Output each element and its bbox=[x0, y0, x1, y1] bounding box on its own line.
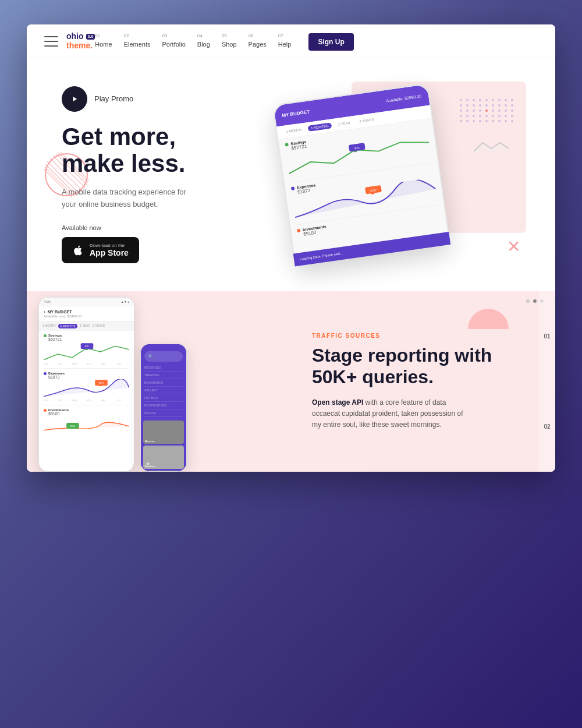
hero-right: // Will generate via JS below ✕ MY BUDGE… bbox=[260, 82, 520, 268]
svg-text:APR: APR bbox=[87, 399, 91, 401]
available-now-text: Available now bbox=[62, 224, 260, 231]
play-button[interactable] bbox=[62, 86, 87, 112]
section2-content: TRAFFIC SOURCES Stage reporting with 50K… bbox=[294, 291, 555, 472]
app-store-text: Download on the App Store bbox=[90, 243, 129, 257]
logo-badge: 3.0 bbox=[86, 34, 95, 40]
navigation: ohio 3.0 theme. 01 Home 02 Elements 03 P… bbox=[27, 24, 555, 58]
dots-decoration: // Will generate via JS below bbox=[460, 99, 514, 122]
browser-window: ohio 3.0 theme. 01 Home 02 Elements 03 P… bbox=[27, 24, 555, 472]
svg-text:MAY: MAY bbox=[101, 362, 106, 365]
nav-item-portfolio[interactable]: 03 Portfolio bbox=[162, 33, 185, 49]
app-store-button[interactable]: Download on the App Store bbox=[62, 237, 139, 263]
phone-mockup: MY BUDGET Available: $2990.30 1 MONTH 6 … bbox=[272, 83, 450, 267]
x-decoration: ✕ bbox=[507, 237, 520, 256]
svg-text:SUN: SUN bbox=[44, 399, 48, 401]
nav-item-home[interactable]: 01 Home bbox=[95, 33, 112, 49]
side-num-1: 01 bbox=[544, 333, 550, 340]
s2-description: Open stage API with a core feature of da… bbox=[312, 397, 463, 431]
svg-text:JUN: JUN bbox=[116, 362, 121, 365]
svg-text:APR: APR bbox=[87, 362, 91, 365]
nav-item-signup[interactable]: Sign Up bbox=[303, 36, 353, 47]
nav-item-pages[interactable]: 06 Pages bbox=[249, 33, 267, 49]
phone-screen-main: 4:20 ▲▼ ● ‹ MY BUDGET Available now: $29… bbox=[39, 298, 134, 471]
phone-secondary: 🔍 MESSAGES TRENDING BOOKMARKS GALLERY LI… bbox=[140, 344, 187, 472]
s2-title: Stage reporting with 50K+ queries. bbox=[312, 345, 538, 388]
logo-ohio: ohio bbox=[66, 32, 84, 41]
hero-subtitle: A mobile data tracking experience for yo… bbox=[62, 186, 201, 211]
app-store-sub: Download on the bbox=[90, 243, 129, 248]
svg-text:JUN: JUN bbox=[116, 399, 121, 401]
phone-main: 4:20 ▲▼ ● ‹ MY BUDGET Available now: $29… bbox=[38, 297, 134, 472]
svg-text:MAR: MAR bbox=[72, 399, 77, 401]
svg-text:MAY: MAY bbox=[101, 399, 106, 401]
play-label: Play Promo bbox=[94, 94, 133, 103]
svg-text:MAR: MAR bbox=[72, 362, 77, 365]
svg-text:FEB: FEB bbox=[58, 362, 63, 365]
hamburger-menu[interactable] bbox=[44, 36, 58, 47]
signup-button[interactable]: Sign Up bbox=[308, 33, 353, 51]
app-store-name: App Store bbox=[90, 248, 129, 257]
side-navigation: 01 02 bbox=[539, 291, 555, 472]
svg-text:$2K: $2K bbox=[85, 345, 89, 348]
section2-phones: 4:20 ▲▼ ● ‹ MY BUDGET Available now: $29… bbox=[27, 291, 294, 472]
svg-text:$960: $960 bbox=[70, 425, 76, 427]
nav-item-blog[interactable]: 04 Blog bbox=[197, 33, 210, 49]
phones-container: 4:20 ▲▼ ● ‹ MY BUDGET Available now: $29… bbox=[38, 297, 187, 472]
svg-text:FEB: FEB bbox=[58, 399, 63, 401]
dot-1 bbox=[526, 299, 530, 303]
hero-content-left: Play Promo Get more, make less. A mobile… bbox=[62, 86, 260, 264]
nav-links: 01 Home 02 Elements 03 Portfolio 04 Blog… bbox=[95, 33, 353, 49]
side-num-2: 02 bbox=[544, 423, 550, 430]
nav-item-shop[interactable]: 05 Shop bbox=[222, 33, 237, 49]
svg-text:$197: $197 bbox=[99, 381, 104, 384]
apple-icon bbox=[72, 245, 84, 256]
logo-theme: theme. bbox=[66, 41, 95, 50]
nav-item-elements[interactable]: 02 Elements bbox=[124, 33, 151, 49]
nav-item-help[interactable]: 07 Help bbox=[278, 33, 292, 49]
hero-section: Play Promo Get more, make less. A mobile… bbox=[27, 58, 555, 291]
svg-text:SUN: SUN bbox=[44, 362, 48, 365]
play-promo: Play Promo bbox=[62, 86, 260, 112]
s2-category: TRAFFIC SOURCES bbox=[312, 333, 538, 339]
dot-2 bbox=[533, 299, 537, 303]
section2: 4:20 ▲▼ ● ‹ MY BUDGET Available now: $29… bbox=[27, 291, 555, 472]
s2-half-circle bbox=[468, 309, 509, 329]
hero-title: Get more, make less. bbox=[62, 123, 260, 177]
svg-marker-11 bbox=[73, 96, 77, 101]
wave-decoration bbox=[474, 140, 509, 160]
logo: ohio 3.0 theme. bbox=[66, 32, 95, 50]
